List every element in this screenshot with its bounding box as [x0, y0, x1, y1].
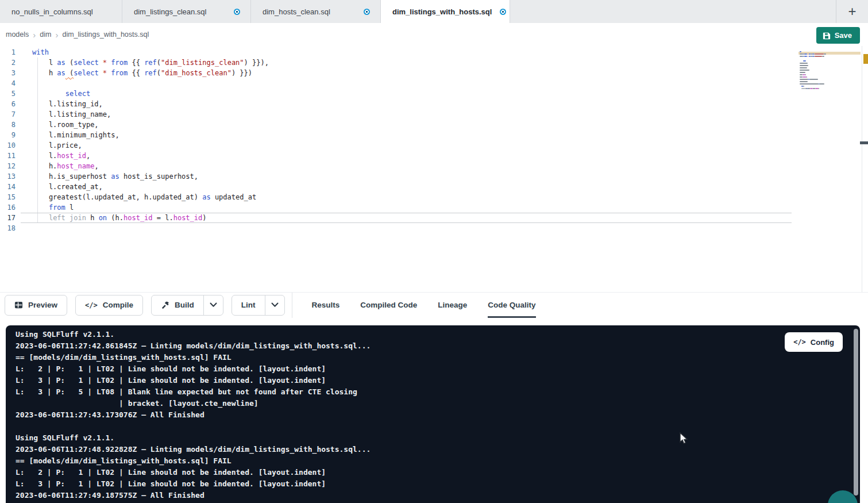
lint-button-main[interactable]: Lint: [232, 295, 265, 315]
code-line: 8 l.room_type,: [0, 120, 792, 130]
code-line-text: l.listing_id,: [21, 99, 792, 109]
save-button[interactable]: Save: [816, 27, 860, 44]
line-number: 16: [0, 202, 21, 213]
line-number: 6: [0, 99, 21, 109]
code-line-text: l.room_type,: [21, 120, 792, 130]
code-icon: </>: [793, 338, 806, 346]
code-line: 10 l.price,: [0, 140, 792, 151]
breadcrumb-segment[interactable]: dim_listings_with_hosts.sql: [62, 30, 149, 39]
code-line: 17 left join h on (h.host_id = l.host_id…: [0, 213, 792, 223]
code-line: 3 h as (select * from {{ ref("dim_hosts_…: [0, 68, 792, 78]
terminal-scrollbar[interactable]: [854, 329, 858, 496]
line-number: 10: [0, 140, 21, 151]
lint-button-label: Lint: [241, 301, 256, 309]
code-line-text: [21, 78, 792, 89]
breadcrumb: models›dim›dim_listings_with_hosts.sql: [6, 23, 149, 46]
line-number: 1: [0, 47, 21, 57]
minimap-line: [824, 53, 827, 55]
editor-tab-dim-listings-with-hosts-sql[interactable]: dim_listings_with_hosts.sql: [381, 0, 510, 23]
minimap-line: [807, 76, 807, 78]
compile-button[interactable]: </>Compile: [75, 295, 143, 316]
code-line: 13 h.is_superhost as host_is_superhost,: [0, 171, 792, 182]
line-number: 9: [0, 130, 21, 140]
tab-results[interactable]: Results: [312, 293, 340, 318]
unsaved-changes-dot-icon: [500, 9, 506, 15]
preview-button[interactable]: Preview: [5, 295, 67, 316]
code-line-text: l.created_at,: [21, 182, 792, 192]
compile-button-main[interactable]: </>Compile: [76, 295, 142, 315]
code-line-text: with: [21, 47, 792, 57]
terminal-line: L: 3 | P: 1 | LT02 | Line should not be …: [16, 375, 371, 386]
minimap-line: [800, 79, 808, 80]
build-dropdown-toggle[interactable]: [203, 295, 223, 315]
line-number: 7: [0, 109, 21, 120]
table-icon: [14, 301, 23, 309]
minimap-line: [804, 56, 807, 57]
tab-label: dim_listings_clean.sql: [134, 7, 206, 16]
editor-tab-dim-hosts-clean-sql[interactable]: dim_hosts_clean.sql: [251, 0, 381, 23]
terminal-line: Using SQLFluff v2.1.1.: [16, 329, 371, 340]
terminal-line: 2023-06-06T11:27:42.861845Z — Linting mo…: [16, 340, 371, 352]
terminal-line: 2023-06-06T11:27:43.173076Z — All Finish…: [16, 409, 371, 421]
editor-tab-dim-listings-clean-sql[interactable]: dim_listings_clean.sql: [122, 0, 251, 23]
build-button-main[interactable]: Build: [152, 295, 203, 315]
code-line-text: from l: [21, 202, 792, 213]
minimap-line: [800, 67, 807, 68]
terminal-line: L: 2 | P: 1 | LT02 | Line should not be …: [16, 363, 371, 375]
minimap-line: [815, 56, 823, 57]
minimap-line: [805, 74, 806, 75]
code-line: 1with: [0, 47, 792, 57]
chevron-down-icon: [210, 302, 217, 308]
minimap[interactable]: [798, 48, 861, 112]
code-line: 14 l.created_at,: [0, 182, 792, 192]
preview-button-main[interactable]: Preview: [5, 295, 67, 315]
line-number: 3: [0, 68, 21, 78]
line-number: 14: [0, 182, 21, 192]
line-number: 15: [0, 192, 21, 202]
code-line-text: h as (select * from {{ ref("dim_hosts_cl…: [21, 68, 792, 78]
new-tab-button[interactable]: +: [836, 0, 868, 23]
terminal-line: L: 3 | P: 5 | LT08 | Blank line expected…: [16, 386, 371, 398]
line-number: 13: [0, 171, 21, 182]
code-line: 16 from l: [0, 202, 792, 213]
toolbar-divider: [292, 293, 292, 318]
lint-button[interactable]: Lint: [232, 295, 285, 316]
code-area: 1with2 l as (select * from {{ ref("dim_l…: [0, 47, 792, 233]
tab-lineage[interactable]: Lineage: [438, 293, 467, 318]
floppy-disk-icon: [823, 32, 831, 40]
breadcrumb-chevron-icon: ›: [33, 30, 36, 39]
tab-code-quality[interactable]: Code Quality: [488, 293, 535, 318]
line-number: 12: [0, 161, 21, 171]
lint-dropdown-toggle[interactable]: [265, 295, 284, 315]
code-line-text: l.price,: [21, 140, 792, 151]
code-line-text: l.minimum_nights,: [21, 130, 792, 140]
build-button[interactable]: Build: [151, 295, 223, 316]
tab-compiled-code[interactable]: Compiled Code: [360, 293, 417, 318]
breadcrumb-segment[interactable]: models: [6, 30, 29, 39]
minimap-line: [822, 56, 824, 57]
file-header-bar: models›dim›dim_listings_with_hosts.sql S…: [0, 23, 868, 46]
minimap-line: [800, 83, 819, 85]
minimap-line: [800, 72, 805, 73]
minimap-line: [815, 53, 824, 55]
overview-ruler-divider: [862, 46, 862, 292]
code-editor[interactable]: 1with2 l as (select * from {{ ref("dim_l…: [0, 46, 868, 292]
minimap-line: [803, 86, 804, 87]
save-button-label: Save: [835, 31, 852, 40]
editor-tab-no-nulls-in-columns-sql[interactable]: no_nulls_in_columns.sql: [0, 0, 122, 23]
code-line: 4: [0, 78, 792, 89]
lint-output-terminal[interactable]: Using SQLFluff v2.1.1.2023-06-06T11:27:4…: [6, 325, 860, 503]
code-icon: </>: [85, 301, 98, 309]
minimap-line: [800, 51, 801, 52]
terminal-line: 2023-06-06T11:27:49.187575Z — All Finish…: [16, 490, 371, 501]
result-tabs: ResultsCompiled CodeLineageCode Quality: [312, 293, 536, 318]
unsaved-changes-dot-icon: [234, 9, 240, 15]
chevron-down-icon: [271, 302, 279, 308]
minimap-line: [819, 83, 824, 85]
dbt-cloud-ide: no_nulls_in_columns.sqldim_listings_clea…: [0, 0, 868, 503]
line-number: 18: [0, 223, 21, 233]
config-button[interactable]: </> Config: [785, 332, 843, 352]
breadcrumb-segment[interactable]: dim: [40, 30, 51, 39]
breadcrumb-chevron-icon: ›: [55, 30, 58, 39]
code-line: 6 l.listing_id,: [0, 99, 792, 109]
